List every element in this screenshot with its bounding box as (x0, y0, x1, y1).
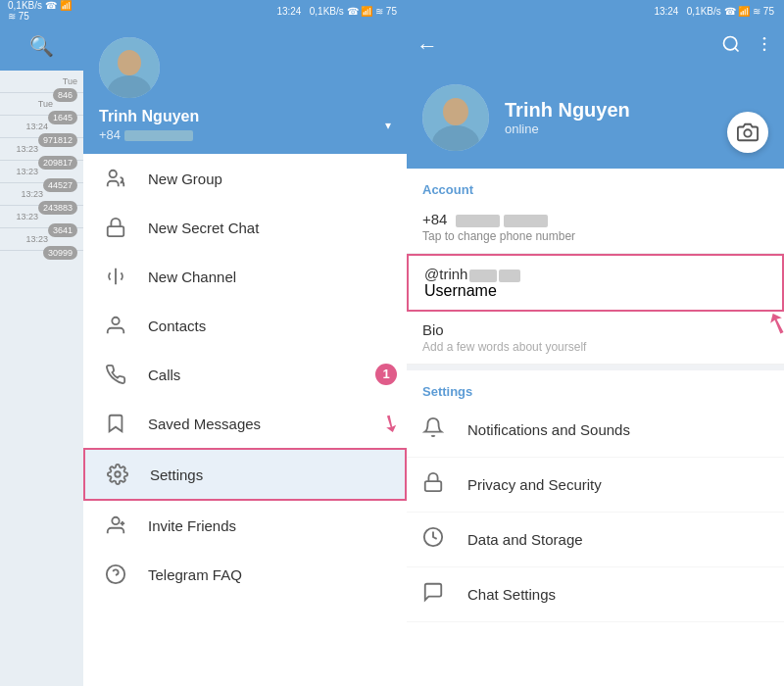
settings-item-chat[interactable]: Chat Settings (407, 567, 784, 622)
profile-name: Trinh Nguyen (505, 99, 630, 122)
drawer-menu: New Group New Secret Chat New Channel Co… (83, 154, 407, 686)
sidebar-item-settings-label: Settings (150, 466, 203, 483)
svg-point-19 (443, 98, 468, 125)
calls-icon (103, 364, 128, 385)
bookmark-icon (103, 413, 128, 434)
svg-point-1 (118, 50, 141, 75)
settings-section-label: Settings (407, 370, 784, 403)
group-icon (103, 168, 128, 189)
svg-rect-22 (425, 481, 442, 491)
sidebar-item-contacts[interactable]: Contacts (83, 301, 407, 350)
sidebar-item-faq[interactable]: Telegram FAQ (83, 550, 407, 599)
chevron-down-icon[interactable]: ▾ (385, 119, 391, 132)
phone-value: +84 (422, 211, 768, 227)
svg-rect-4 (108, 226, 124, 236)
svg-point-6 (112, 318, 119, 324)
status-text: 13:24 0,1KB/s ☎ 📶 ≋ 75 (276, 6, 397, 17)
settings-item-notifications[interactable]: Notifications and Sounds (407, 403, 784, 458)
svg-point-8 (112, 517, 119, 524)
sidebar-item-new-channel[interactable]: New Channel (83, 252, 407, 301)
right-status-bar: 13:24 0,1KB/s ☎ 📶 ≋ 75 (407, 0, 784, 22)
sidebar-item-new-secret-chat[interactable]: New Secret Chat (83, 203, 407, 252)
list-item[interactable]: Tue 846 (0, 71, 83, 93)
notifications-icon (422, 416, 450, 443)
topbar-more-icon[interactable] (755, 34, 774, 59)
chat-badge: 971812 (38, 133, 77, 147)
annotation-1: 1 (375, 364, 397, 385)
left-panel: 0,1KB/s ☎ 📶 ≋ 75 🔍 Tue 846 Tue 1645 13:2… (0, 0, 407, 686)
sidebar-item-channel-label: New Channel (148, 269, 236, 285)
profile-avatar (422, 84, 489, 151)
profile-content: Account +84 Tap to change phone number @… (407, 169, 784, 686)
settings-item-privacy[interactable]: Privacy and Security (407, 458, 784, 513)
sidebar-item-secret-chat-label: New Secret Chat (148, 220, 259, 236)
sidebar-item-faq-label: Telegram FAQ (148, 566, 242, 583)
chat-label: Chat Settings (467, 586, 556, 603)
profile-section: Trinh Nguyen online (407, 71, 784, 169)
chat-badge: 209817 (38, 156, 77, 170)
annotation-arrow-1: ➘ (375, 407, 406, 440)
invite-icon (103, 514, 128, 536)
username-row[interactable]: @trinh Username ➚ 2 (407, 254, 784, 312)
chat-badge: 30999 (43, 246, 77, 260)
drawer-header: Trinh Nguyen +84 ▾ (83, 22, 407, 154)
sidebar-item-settings[interactable]: Settings (83, 448, 407, 501)
right-status-text: 13:24 0,1KB/s ☎ 📶 ≋ 75 (654, 6, 774, 17)
svg-point-15 (763, 36, 766, 39)
chat-badge: 3641 (48, 223, 77, 237)
privacy-icon (422, 471, 450, 498)
right-topbar: ← (407, 22, 784, 71)
camera-button[interactable] (727, 112, 768, 153)
chat-search-icon[interactable]: 🔍 (29, 34, 54, 58)
svg-point-3 (110, 171, 117, 177)
sidebar-item-invite-friends[interactable]: Invite Friends (83, 501, 407, 550)
chat-icon (422, 581, 450, 608)
svg-line-14 (735, 47, 739, 51)
settings-item-data[interactable]: Data and Storage (407, 513, 784, 567)
profile-status: online (505, 122, 630, 136)
username-value: @trinh (424, 266, 766, 282)
drawer-user-name: Trinh Nguyen (99, 108, 199, 125)
sidebar-item-contacts-label: Contacts (148, 318, 206, 334)
profile-info: Trinh Nguyen online (505, 99, 630, 136)
chat-list-header: 🔍 (0, 22, 83, 71)
faq-icon (103, 564, 128, 585)
chat-badge: 44527 (43, 178, 77, 192)
data-icon (422, 526, 450, 553)
channel-icon (103, 266, 128, 287)
sidebar-item-calls[interactable]: Calls 1 (83, 350, 407, 399)
sidebar-item-saved-messages[interactable]: Saved Messages ➘ (83, 399, 407, 448)
right-panel: 13:24 0,1KB/s ☎ 📶 ≋ 75 ← Trinh Nguyen on… (407, 0, 784, 686)
status-bar: 13:24 0,1KB/s ☎ 📶 ≋ 75 (83, 0, 407, 22)
svg-point-7 (115, 471, 121, 477)
account-section-label: Account (407, 169, 784, 201)
svg-point-17 (763, 48, 766, 51)
data-label: Data and Storage (467, 531, 583, 548)
sidebar-item-new-group[interactable]: New Group (83, 154, 407, 203)
lock-icon (103, 217, 128, 238)
svg-point-16 (763, 42, 766, 45)
status-bar-left: 0,1KB/s ☎ 📶 ≋ 75 (0, 0, 83, 22)
sidebar-item-saved-label: Saved Messages (148, 416, 261, 432)
chat-list: Tue 846 Tue 1645 13:24 971812 13:23 2098… (0, 71, 83, 686)
chat-badge: 846 (53, 88, 77, 102)
privacy-label: Privacy and Security (467, 476, 602, 493)
sidebar-item-new-group-label: New Group (148, 171, 222, 187)
bio-row[interactable]: Bio Add a few words about yourself (407, 312, 784, 365)
settings-icon (105, 464, 130, 485)
contacts-icon (103, 315, 128, 336)
svg-point-13 (724, 36, 737, 49)
navigation-drawer: 13:24 0,1KB/s ☎ 📶 ≋ 75 Trinh Nguyen +84 (83, 0, 407, 686)
chat-preview-strip: 0,1KB/s ☎ 📶 ≋ 75 🔍 Tue 846 Tue 1645 13:2… (0, 0, 83, 686)
phone-hint: Tap to change phone number (422, 229, 768, 243)
chat-badge: 1645 (48, 111, 77, 124)
topbar-search-icon[interactable] (721, 34, 741, 59)
phone-row[interactable]: +84 Tap to change phone number (407, 201, 784, 254)
username-label: Username (424, 282, 766, 300)
back-button[interactable]: ← (416, 33, 438, 59)
svg-point-21 (744, 129, 751, 136)
avatar (99, 37, 160, 98)
sidebar-item-calls-label: Calls (148, 367, 180, 383)
chat-badge: 243883 (38, 201, 77, 215)
bio-label: Bio (422, 321, 768, 338)
